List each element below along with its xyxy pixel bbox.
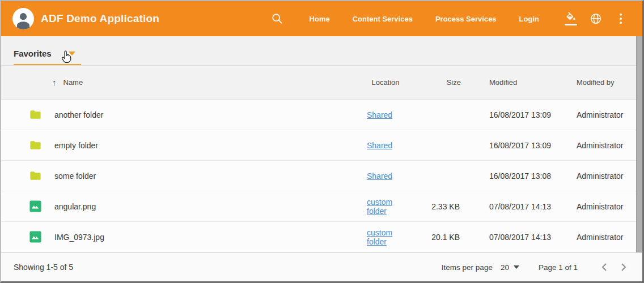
favorites-bar: Favorites [1,36,642,66]
favorites-label: Favorites [14,49,52,58]
row-icon-cell [1,108,45,121]
vertical-scrollbar-thumb[interactable] [636,36,642,252]
sort-ascending-icon: ↑ [52,78,57,87]
table-row[interactable]: IMG_0973.jpg custom folder 20.1 KB 07/08… [1,222,642,252]
location-link[interactable]: custom folder [367,228,392,246]
modified-by-cell: Administrator [563,110,642,119]
modified-by-cell: Administrator [563,233,642,242]
modified-cell: 07/08/2017 14:13 [461,233,563,242]
folder-icon [29,108,42,121]
row-icon-cell [1,169,45,182]
modified-by-cell: Administrator [563,202,642,211]
app-header: ADF Demo Application Home Content Servic… [1,1,642,36]
location-link[interactable]: Shared [367,171,392,181]
language-icon[interactable] [589,12,603,25]
vertical-scrollbar-track[interactable] [636,36,642,252]
theme-picker-icon[interactable] [564,12,578,25]
chevron-down-icon [69,52,75,55]
next-page-button[interactable] [616,260,631,275]
theme-color-bar [565,24,577,25]
table-row[interactable]: some folder Shared 16/08/2017 13:08 Admi… [1,161,642,191]
column-header-modified[interactable]: Modified [461,78,563,87]
image-file-icon [29,230,42,243]
table-row[interactable]: another folder Shared 16/08/2017 13:09 A… [1,100,642,130]
modified-by-cell: Administrator [563,141,642,150]
file-name: empty folder [45,141,343,150]
nav-item-home[interactable]: Home [310,15,330,23]
location-cell: custom folder [343,228,411,246]
main-nav: Home Content Services Process Services L… [298,15,550,23]
search-icon[interactable] [271,12,283,25]
location-link[interactable]: Shared [367,110,392,119]
modified-cell: 16/08/2017 13:09 [461,110,563,119]
showing-range-label: Showing 1-5 of 5 [14,263,73,272]
modified-cell: 16/08/2017 13:09 [461,141,563,150]
pagination-footer: Showing 1-5 of 5 Items per page 20 Page … [1,252,642,281]
column-header-modified-by[interactable]: Modified by [563,78,642,87]
chevron-left-icon [601,263,607,272]
header-icon-group [558,12,633,25]
modified-cell: 16/08/2017 13:08 [461,171,563,181]
table-body: another folder Shared 16/08/2017 13:09 A… [1,100,642,252]
file-name: some folder [45,171,343,181]
file-name: IMG_0973.jpg [45,233,343,242]
items-per-page-select[interactable]: 20 [501,263,519,272]
app-window: ADF Demo Application Home Content Servic… [0,0,644,283]
file-name: another folder [45,110,343,119]
size-cell: 2.33 KB [411,202,461,211]
location-cell: custom folder [343,198,411,216]
previous-page-button[interactable] [597,260,612,275]
items-per-page-value: 20 [501,263,509,272]
chevron-right-icon [621,263,626,272]
page-indicator: Page 1 of 1 [539,263,578,272]
row-icon-cell [1,230,45,243]
chevron-down-icon [514,265,519,269]
row-icon-cell [1,139,45,152]
column-header-size[interactable]: Size [411,78,461,87]
nav-item-process-services[interactable]: Process Services [435,15,497,23]
nav-item-content-services[interactable]: Content Services [353,15,413,23]
items-per-page-label: Items per page [442,263,493,272]
location-link[interactable]: Shared [367,141,392,150]
location-cell: Shared [343,171,411,181]
folder-icon [29,139,42,152]
location-link[interactable]: custom folder [367,198,392,216]
nav-item-login[interactable]: Login [519,15,539,23]
table-header-row: ↑ Name Location Size Modified Modified b… [1,66,642,100]
image-file-icon [29,200,42,213]
folder-icon [29,169,42,182]
modified-by-cell: Administrator [563,171,642,181]
more-vert-icon[interactable] [614,12,628,25]
table-row[interactable]: empty folder Shared 16/08/2017 13:09 Adm… [1,130,642,161]
location-cell: Shared [343,110,411,119]
person-icon [14,10,33,29]
modified-cell: 07/08/2017 14:13 [461,202,563,211]
size-cell: 20.1 KB [411,233,461,242]
column-header-name[interactable]: ↑ Name [45,78,343,87]
avatar[interactable] [12,8,34,29]
app-title: ADF Demo Application [41,12,159,25]
column-header-location[interactable]: Location [343,78,411,87]
row-icon-cell [1,200,45,213]
file-name: angular.png [45,202,343,211]
table-row[interactable]: angular.png custom folder 2.33 KB 07/08/… [1,191,642,222]
location-cell: Shared [343,141,411,150]
favorites-dropdown[interactable]: Favorites [14,49,81,65]
